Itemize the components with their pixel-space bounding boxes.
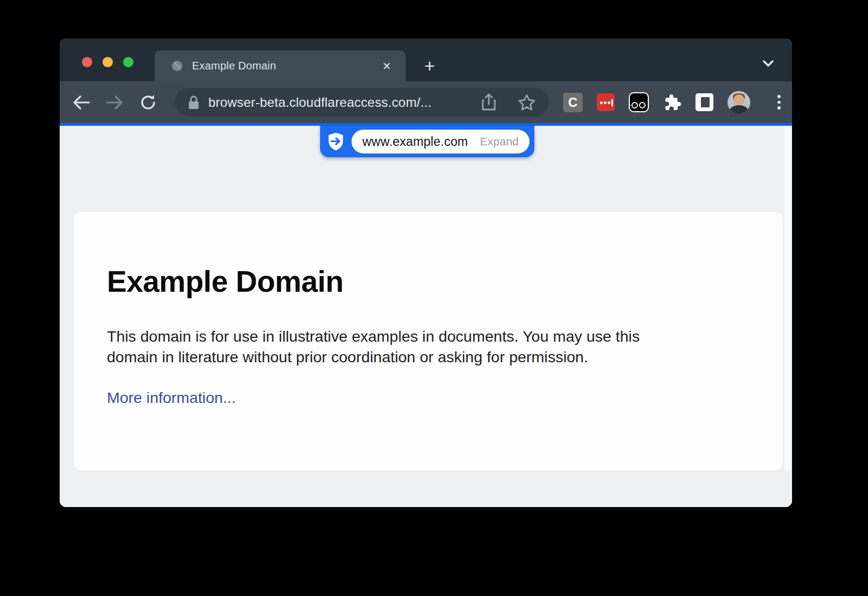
zoom-window-button[interactable] — [123, 57, 133, 67]
forward-button[interactable] — [103, 91, 126, 114]
password-manager-extension-icon[interactable] — [597, 93, 615, 111]
example-domain-card: Example Domain This domain is for use in… — [74, 212, 783, 471]
tab-strip: Example Domain ✕ + — [60, 39, 792, 81]
extension-c-icon[interactable]: C — [563, 93, 583, 112]
back-button[interactable] — [69, 91, 93, 114]
shield-arrow-icon — [327, 132, 344, 151]
close-window-button[interactable] — [82, 57, 92, 67]
extensions-row: C — [563, 91, 781, 114]
puzzle-extensions-icon[interactable] — [663, 93, 681, 112]
expand-button[interactable]: Expand — [480, 135, 519, 148]
new-tab-button[interactable]: + — [420, 56, 439, 75]
sidebar-extension-icon[interactable] — [695, 93, 713, 111]
body-line-1: This domain is for use in illustrative e… — [107, 326, 783, 347]
minimize-window-button[interactable] — [103, 57, 113, 67]
bookmark-star-icon[interactable] — [518, 94, 536, 111]
isolated-domain-text: www.example.com — [362, 134, 468, 149]
reload-button[interactable] — [136, 91, 160, 114]
page-viewport: www.example.com Expand Example Domain Th… — [60, 126, 792, 507]
url-text: browser-beta.cloudflareaccess.com/... — [208, 95, 481, 110]
traffic-lights — [82, 57, 133, 67]
globe-favicon-icon — [171, 60, 183, 72]
browser-window: Example Domain ✕ + — [60, 39, 792, 507]
body-line-2: domain in literature without prior coord… — [107, 347, 783, 367]
profile-avatar[interactable] — [727, 91, 750, 114]
tab-title: Example Domain — [192, 60, 276, 72]
browser-toolbar: browser-beta.cloudflareaccess.com/... C — [60, 81, 792, 123]
page-title: Example Domain — [107, 264, 783, 299]
address-bar[interactable]: browser-beta.cloudflareaccess.com/... — [175, 88, 549, 117]
share-icon[interactable] — [481, 93, 497, 112]
close-tab-icon[interactable]: ✕ — [380, 59, 394, 73]
browser-tab[interactable]: Example Domain ✕ — [155, 50, 406, 81]
isolated-site-pill[interactable]: www.example.com Expand — [352, 130, 529, 153]
scrollbar-thumb[interactable] — [784, 126, 791, 471]
isolation-banner: www.example.com Expand — [320, 126, 534, 157]
lock-icon — [188, 95, 200, 110]
browser-menu-icon[interactable] — [777, 95, 781, 110]
chevron-down-icon[interactable] — [761, 59, 776, 69]
page-body-text: This domain is for use in illustrative e… — [107, 326, 783, 367]
black-circles-extension-icon[interactable] — [629, 92, 649, 112]
more-information-link[interactable]: More information... — [107, 389, 236, 407]
